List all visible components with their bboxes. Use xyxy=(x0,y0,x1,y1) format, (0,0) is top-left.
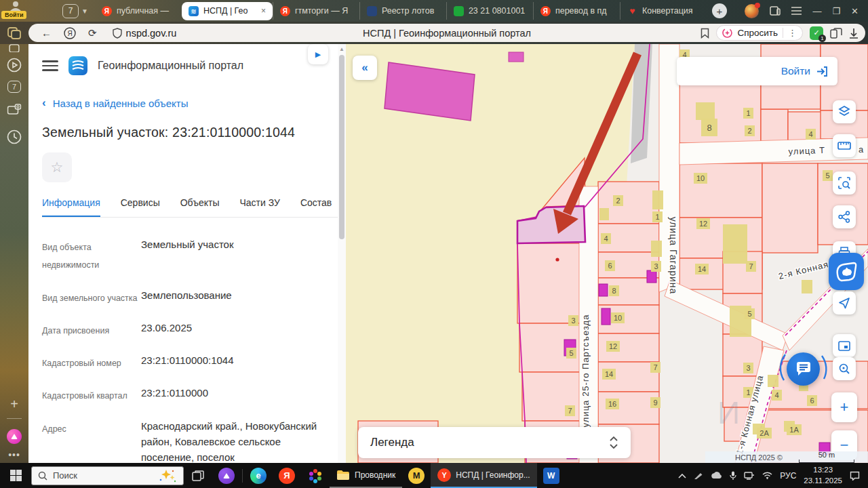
favorite-star-button[interactable]: ☆ xyxy=(42,152,72,182)
panel-tab-4[interactable]: Состав xyxy=(300,197,332,216)
browser-tab-4[interactable]: 23 21 0801001 xyxy=(446,2,533,20)
tab-title: Конвертация xyxy=(642,6,700,16)
reload-icon[interactable]: ⟳ xyxy=(88,27,97,39)
rail-history-icon[interactable] xyxy=(7,129,22,144)
tabs-scroll-right-button[interactable]: ▶ xyxy=(308,44,328,64)
url-text[interactable]: nspd.gov.ru xyxy=(126,28,177,39)
window-close-button[interactable]: ✕ xyxy=(851,6,859,16)
zoom-to-object-button[interactable] xyxy=(833,357,856,380)
taskbar-search-box[interactable]: Поиск xyxy=(31,466,184,485)
land-parcel[interactable] xyxy=(517,243,586,323)
m-app-icon[interactable]: M xyxy=(402,463,431,488)
window-minimize-button[interactable]: — xyxy=(812,6,821,16)
panel-tab-2[interactable]: Объекты xyxy=(180,197,220,216)
address-bar[interactable]: ← Я ⟳ nspd.gov.ru НСПД | Геоинформационн… xyxy=(28,24,865,42)
scrollbar-up-arrow[interactable]: ▲ xyxy=(339,46,344,52)
menu-icon[interactable] xyxy=(791,7,802,15)
microphone-icon[interactable] xyxy=(730,471,736,481)
taskbar-explorer[interactable]: Проводник xyxy=(330,463,402,488)
browser-tab-2[interactable]: Ягтмторги — Я xyxy=(273,2,359,20)
browser-profile-avatar[interactable] xyxy=(745,4,759,18)
house-number: 10 xyxy=(614,314,622,322)
edge-icon[interactable]: e xyxy=(244,463,273,488)
onedrive-icon[interactable] xyxy=(711,472,722,479)
yandex-browser-icon[interactable]: Я xyxy=(273,463,301,488)
rail-alice-icon[interactable] xyxy=(7,429,22,444)
profile-avatar-icon xyxy=(8,1,23,11)
sidebar-toggle-icon[interactable] xyxy=(0,27,28,39)
tab-list-chevron-icon[interactable]: ▼ xyxy=(81,7,88,15)
alice-taskbar-icon[interactable] xyxy=(212,463,241,488)
task-view-icon[interactable] xyxy=(184,463,212,488)
locate-button[interactable] xyxy=(833,291,856,314)
panel-tab-0[interactable]: Информация xyxy=(42,197,100,218)
security-shield-icon[interactable] xyxy=(113,28,122,39)
side-panel-icon[interactable] xyxy=(770,5,781,16)
display-icon[interactable] xyxy=(744,472,755,480)
page-title: НСПД | Геоинформационный портал xyxy=(363,28,531,39)
parcel-info-panel: Геоинформационный портал ‹ Назад в найде… xyxy=(28,44,346,463)
tab-close-icon[interactable]: × xyxy=(261,6,266,16)
share-button[interactable] xyxy=(833,205,856,228)
start-button[interactable] xyxy=(0,463,31,488)
legend-collapse-icon[interactable] xyxy=(609,436,618,449)
window-restore-button[interactable]: ❐ xyxy=(832,6,840,16)
land-parcel[interactable] xyxy=(723,334,762,376)
back-icon[interactable]: ← xyxy=(41,27,52,39)
extension-icon[interactable]: ✓1 xyxy=(810,26,823,40)
scrollbar-thumb[interactable] xyxy=(339,55,344,239)
nspd-assistant-button[interactable] xyxy=(829,253,864,290)
notification-center-icon[interactable] xyxy=(850,471,860,481)
taskbar-active-nspd[interactable]: Y НСПД | Геоинфор... xyxy=(431,463,536,488)
menu-hamburger-icon[interactable] xyxy=(42,60,58,71)
rail-tab-counter[interactable]: 7 xyxy=(7,81,21,93)
browser-tab-0[interactable]: Япубличная — xyxy=(95,2,182,20)
browser-tab-1[interactable]: ≋НСПД | Гео× xyxy=(182,2,273,20)
more-options-icon[interactable]: ⋮ xyxy=(788,28,797,38)
land-parcel[interactable] xyxy=(761,109,788,143)
rail-bookmarks-icon[interactable] xyxy=(8,44,20,52)
measure-button[interactable] xyxy=(833,134,856,157)
login-badge[interactable]: Войти xyxy=(1,11,26,19)
map-login-bar[interactable]: Войти xyxy=(677,57,837,85)
color-grid-app-icon[interactable] xyxy=(301,463,330,488)
land-parcel[interactable] xyxy=(679,163,762,218)
chat-button[interactable] xyxy=(787,352,820,386)
legend-panel[interactable]: Легенда xyxy=(358,427,631,458)
ask-button[interactable]: Спросить xyxy=(737,28,778,38)
rail-add-icon[interactable]: + xyxy=(10,396,18,412)
back-to-results-link[interactable]: ‹ Назад в найденные объекты xyxy=(42,96,346,110)
collections-icon[interactable] xyxy=(830,28,842,39)
rail-screenshot-icon[interactable] xyxy=(7,104,22,116)
search-area-button[interactable] xyxy=(833,171,856,195)
tray-pen-icon[interactable] xyxy=(694,472,703,480)
minimap-button[interactable] xyxy=(833,334,856,357)
panel-tab-1[interactable]: Сервисы xyxy=(121,197,160,216)
share-icon xyxy=(838,211,850,223)
new-tab-button[interactable]: + xyxy=(712,3,727,18)
browser-tab-3[interactable]: Реестр лотов xyxy=(359,2,446,20)
downloads-icon[interactable] xyxy=(849,28,859,39)
rail-video-icon[interactable] xyxy=(7,58,22,73)
panel-tab-3[interactable]: Части ЗУ xyxy=(239,197,279,216)
language-indicator[interactable]: РУС xyxy=(780,471,796,481)
zoom-in-button[interactable]: + xyxy=(831,392,857,422)
wifi-icon[interactable] xyxy=(762,472,772,479)
panel-scrollbar[interactable]: ▲ xyxy=(338,44,346,463)
field-label: Кадастровый квартал xyxy=(42,385,141,405)
clock[interactable]: 13:23 23.11.2025 xyxy=(804,465,842,486)
layers-button[interactable] xyxy=(833,100,856,123)
tab-counter[interactable]: 7 xyxy=(62,4,79,18)
rail-more-icon[interactable]: ••• xyxy=(8,449,20,460)
browser-profile-corner[interactable]: Войти xyxy=(0,0,62,22)
cadastral-map[interactable]: И418241012147531462А1А246810121416137935… xyxy=(346,44,868,463)
browser-tab-5[interactable]: Яперевод в пд xyxy=(533,2,620,20)
bookmark-icon[interactable] xyxy=(701,28,709,39)
active-app-label: НСПД | Геоинфор... xyxy=(456,470,530,480)
land-parcel[interactable] xyxy=(762,163,818,253)
yandex-services-icon[interactable]: Я xyxy=(64,27,76,39)
tray-expand-icon[interactable] xyxy=(678,473,686,479)
browser-tab-6[interactable]: ♥Конвертация xyxy=(620,2,707,20)
word-icon[interactable]: W xyxy=(537,463,566,488)
collapse-panel-button[interactable]: « xyxy=(353,56,377,80)
